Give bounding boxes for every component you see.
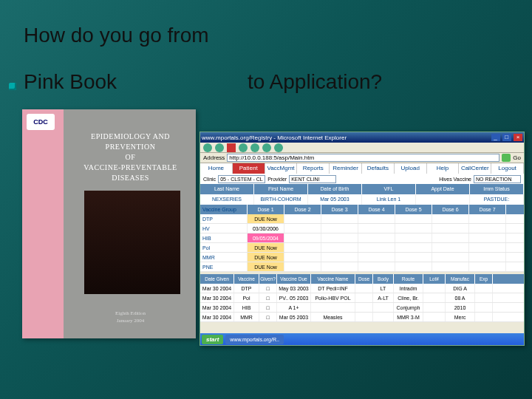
sched-dose1: DUE Now [248,253,284,262]
sched-col-d4: Dose 4 [358,205,395,214]
acol-mfr: Manufac [446,274,475,284]
col-apptdate[interactable]: Appt Date [416,184,470,194]
admin-cell: HIB [234,303,259,312]
admin-cell: □ [259,284,277,293]
pink-book-cover: CDC EPIDEMIOLOGY AND PREVENTION OF VACCI… [22,109,196,338]
admin-grid: Date Given Vaccine Group Given? Vaccine … [200,274,524,322]
patient-columns: Last Name First Name Date of Birth VFL A… [200,184,524,194]
admin-row[interactable]: Mar 30 2004Pol□PV.. 05 2003Polio-HBV POL… [200,293,524,303]
schedule-row[interactable]: DTPDUE Now [200,214,524,224]
admin-cell: Conjumph [394,303,423,312]
admin-row[interactable]: Mar 30 2004HIB□A 1+Conjumph2010 [200,303,524,313]
hives-select[interactable]: NO REACTION [474,175,521,183]
sched-dose-empty [358,214,395,223]
admin-cell: DT Pedi=INF [311,284,355,293]
tab-patient[interactable]: Patient [233,163,265,174]
close-button[interactable]: × [514,134,522,141]
refresh-icon[interactable] [239,143,248,152]
cell-lastname: NEXSERIES [200,194,254,205]
admin-cell [355,313,373,321]
clinic-select[interactable]: 05 - CLSTEM - CL [218,175,265,183]
admin-row[interactable]: Mar 30 2004DTP□May 03 2003DT Pedi=INFLTI… [200,284,524,293]
admin-cell [475,313,493,321]
cdc-logo: CDC [27,114,55,130]
home-icon[interactable] [250,143,259,152]
schedule-header: Vaccine Group Dose 1 Dose 2 Dose 3 Dose … [200,205,524,214]
sched-dose-empty [432,233,469,242]
tab-callcenter[interactable]: CallCenter [459,163,491,174]
schedule-row[interactable]: PNEDUE Now [200,262,524,272]
search-icon[interactable] [262,143,271,152]
sched-dose-empty [321,262,358,271]
sched-dose-empty [395,253,432,262]
window-buttons: _ □ × [491,134,522,141]
start-button[interactable]: start [202,335,223,344]
sched-group: Pol [200,243,248,252]
tab-logout[interactable]: Logout [491,163,524,174]
sched-dose-empty [284,262,321,271]
sched-col-d2: Dose 2 [284,205,321,214]
admin-cell: Measles [311,313,355,321]
application-window: www.mportals.org/Registry - Microsoft In… [200,132,525,346]
acol-site: Body Site [373,274,394,284]
favorites-icon[interactable] [274,143,283,152]
sched-dose-empty [395,224,432,233]
col-immstatus[interactable]: Imm Status [470,184,524,194]
admin-cell [355,284,373,293]
schedule-row[interactable]: HIB09/05/2004 [200,233,524,243]
schedule-row[interactable]: MMRDUE Now [200,253,524,262]
col-dob[interactable]: Date of Birth [308,184,362,194]
patient-row[interactable]: NEXSERIES BIRTH-COHORM Mar 05 2003 Link … [200,194,524,205]
admin-cell: Mar 30 2004 [200,293,234,302]
admin-cell: □ [259,313,277,321]
cell-firstname: BIRTH-COHORM [254,194,308,205]
admin-cell [373,303,394,312]
col-firstname[interactable]: First Name [254,184,308,194]
admin-cell: MMR 3-M [394,313,423,321]
window-titlebar: www.mportals.org/Registry - Microsoft In… [200,132,524,143]
sched-dose-empty [321,233,358,242]
browser-toolbar [200,143,524,153]
tab-reminder[interactable]: Reminder [330,163,362,174]
admin-cell [475,303,493,312]
schedule-row[interactable]: HV03/30/2006 [200,224,524,233]
go-button[interactable] [502,154,511,162]
tab-reports[interactable]: Reports [297,163,330,174]
col-vfl[interactable]: VFL [362,184,416,194]
sched-dose-empty [284,214,321,223]
taskbar-item[interactable]: www.mportals.org/R.. [225,335,284,344]
admin-cell: Mar 30 2004 [200,313,234,321]
admin-cell [311,303,355,312]
window-title: www.mportals.org/Registry - Microsoft In… [202,134,347,141]
admin-cell [475,293,493,302]
tab-vaccmgmt[interactable]: VaccMgmt [265,163,298,174]
tab-help[interactable]: Help [427,163,460,174]
sched-col-group: Vaccine Group [200,205,248,214]
admin-cell: Mar 30 2004 [200,284,234,293]
maximize-button[interactable]: □ [502,134,511,141]
provider-select[interactable]: KENT CLINI [289,175,336,183]
admin-cell [423,284,446,293]
sched-dose1: 09/05/2004 [248,233,284,242]
cell-immstatus: PASTDUE: [470,194,524,205]
admin-cell: Cline, Br. [394,293,423,302]
sched-dose-empty [432,224,469,233]
admin-cell [423,313,446,321]
sched-dose-empty [284,233,321,242]
tab-home[interactable]: Home [200,163,233,174]
admin-cell: Pol [234,293,259,302]
col-lastname[interactable]: Last Name [200,184,254,194]
forward-icon[interactable] [215,143,224,152]
stop-icon[interactable] [227,143,236,152]
sched-dose1: DUE Now [248,262,284,271]
admin-cell: A-LT [373,293,394,302]
url-input[interactable] [227,154,499,162]
minimize-button[interactable]: _ [491,134,500,141]
provider-label: Provider [267,177,287,182]
sched-dose-empty [358,262,395,271]
tab-upload[interactable]: Upload [395,163,427,174]
back-icon[interactable] [203,143,212,152]
admin-row[interactable]: Mar 30 2004MMR□Mar 05 2003MeaslesMMR 3-M… [200,313,524,322]
schedule-row[interactable]: PolDUE Now [200,243,524,253]
tab-defaults[interactable]: Defaults [362,163,395,174]
